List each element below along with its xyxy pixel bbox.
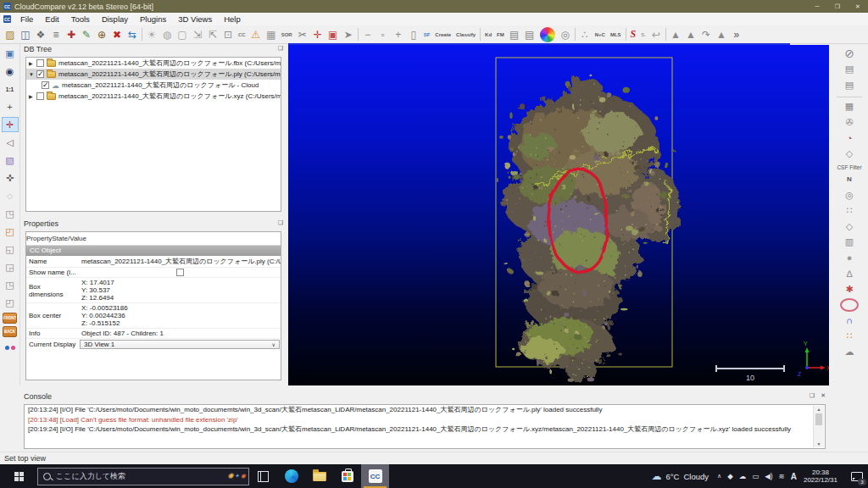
scroll-thumb[interactable] <box>815 413 822 425</box>
sor-filter-button[interactable]: SOR <box>279 27 295 42</box>
start-button[interactable] <box>0 464 37 488</box>
back-view-cube-button[interactable]: ◲ <box>2 259 19 274</box>
checkbox-icon[interactable] <box>36 92 44 100</box>
shrink-display-button[interactable]: ⇲ <box>190 27 205 42</box>
console-float-icon[interactable]: ❏ <box>810 392 815 399</box>
task-view-button[interactable] <box>249 464 277 488</box>
render-image-2-button[interactable]: ▤ <box>840 78 859 92</box>
perspective-button[interactable]: ◁ <box>2 135 19 150</box>
lasso-ellipse-button[interactable] <box>840 298 859 312</box>
tree-item-fbx[interactable]: ▶ metascan_20221121-1440_大鷲石周辺のロックフォール.f… <box>26 58 281 69</box>
pointer-tool-button[interactable]: ➤ <box>341 27 356 42</box>
expander-icon[interactable]: ▼ <box>29 72 36 77</box>
trace-polyline-button[interactable]: ✎ <box>79 27 94 42</box>
zoom-magnifier-button[interactable]: ◌ <box>2 188 19 203</box>
menu-file[interactable]: File <box>14 14 39 24</box>
checkbox-icon[interactable] <box>36 59 44 67</box>
facet-points-button[interactable]: ∆ <box>840 267 859 280</box>
expand-display-button[interactable]: ⇱ <box>205 27 220 42</box>
front-view-cube-button[interactable]: ◰ <box>2 224 19 239</box>
merge-clouds-button[interactable]: ⊕ <box>94 27 109 42</box>
global-shift-button[interactable]: ❖ <box>33 27 48 42</box>
menu-plugins[interactable]: Plugins <box>134 14 172 24</box>
rasterize-button[interactable]: ▦ <box>840 100 859 114</box>
shield-2-button[interactable]: ◇ <box>840 219 859 233</box>
m3c2-button[interactable]: ∷ <box>840 204 859 218</box>
delete-button[interactable]: ✖ <box>109 27 125 42</box>
image-export-button[interactable]: ▤ <box>507 27 522 42</box>
power-icon[interactable]: ▭ <box>752 472 759 480</box>
current-display-dropdown[interactable]: 3D View 1 ∨ <box>80 340 280 349</box>
front-iso-view-button[interactable]: FRONT <box>3 313 17 324</box>
compass-button[interactable]: ◔ <box>840 131 859 145</box>
toolbar-overflow-button[interactable]: » <box>729 27 744 42</box>
cc-plugin-button[interactable]: CC <box>236 27 248 42</box>
canupo-classify-button[interactable]: Classify <box>453 27 478 42</box>
pick-point-button[interactable]: + <box>2 99 19 114</box>
rect-select-button[interactable]: ▫ <box>376 27 391 42</box>
add-point-button[interactable]: + <box>391 27 406 42</box>
ime-indicator[interactable]: A <box>791 472 797 481</box>
clipping-box-button[interactable]: ▣ <box>326 27 341 42</box>
save-button[interactable]: ◫ <box>18 27 33 42</box>
checkbox-icon[interactable] <box>36 70 44 78</box>
image-pair-button[interactable]: ▥ <box>840 236 859 249</box>
taskbar-search-input[interactable]: ここに入力して検索 ✺✦✹ <box>37 468 249 485</box>
segment-out-button[interactable]: − <box>360 27 376 42</box>
section-tool-button[interactable]: ✇ <box>840 115 859 129</box>
point-picking-button[interactable]: ✚ <box>64 27 79 42</box>
sphere-view-button[interactable]: ◍ <box>159 27 175 42</box>
tree-item-cloud[interactable]: ☁ metascan_20221121-1440_大鷲石周辺のロックフォール -… <box>38 80 281 91</box>
shield-1-button[interactable]: ◇ <box>840 147 859 160</box>
globe-small-button[interactable]: ◎ <box>840 188 859 202</box>
edge-button[interactable] <box>277 464 305 488</box>
normals-compute-button[interactable]: N+C <box>593 27 608 42</box>
scroll-down-icon[interactable]: ▼ <box>817 441 821 446</box>
onedrive-cloud-icon[interactable]: ☁ <box>739 472 747 480</box>
zoom-fit-button[interactable]: ⊡ <box>220 27 236 42</box>
console-scrollbar[interactable]: ▲ ▼ <box>813 406 824 447</box>
open-file-button[interactable]: ▨ <box>3 27 18 42</box>
render-image-1-button[interactable]: ▤ <box>840 63 859 76</box>
stereo-glasses-button[interactable] <box>2 340 19 355</box>
screenshot-button[interactable]: ◉ <box>2 64 19 79</box>
gear-points-button[interactable]: ✱ <box>840 282 859 296</box>
bbox-button[interactable]: ▢ <box>175 27 190 42</box>
expander-icon[interactable]: ▶ <box>29 93 36 99</box>
display-options-button[interactable]: ▣ <box>2 46 19 61</box>
menu-display[interactable]: Display <box>96 14 134 24</box>
cloud-tool-button[interactable]: ☁ <box>840 345 859 358</box>
interactive-transform-button[interactable]: ⇆ <box>125 27 140 42</box>
left-view-button[interactable]: ◱ <box>2 241 19 257</box>
defender-shield-icon[interactable]: ◆ <box>727 472 733 480</box>
checkbox-icon[interactable] <box>42 81 49 89</box>
export-arrow-button[interactable]: ↩ <box>648 27 664 42</box>
hull-button[interactable]: ● <box>840 251 859 264</box>
show-name-checkbox[interactable] <box>176 269 184 276</box>
maximize-button[interactable]: ❐ <box>827 0 848 13</box>
top-view-button[interactable]: ◳ <box>2 206 19 221</box>
pan-button[interactable]: ✜ <box>2 170 19 186</box>
back-iso-view-button[interactable]: BACK <box>3 326 17 337</box>
weather-widget[interactable]: ☁ 6°C Cloudy <box>651 470 709 482</box>
qfacets-3-button[interactable]: ▲ <box>714 27 729 42</box>
menu-edit[interactable]: Edit <box>39 14 64 24</box>
checkerboard-button[interactable]: ▦ <box>264 27 279 42</box>
menu-tools[interactable]: Tools <box>65 14 96 24</box>
right-view-button[interactable]: ◳ <box>2 277 19 292</box>
trash-button[interactable]: ▯ <box>406 27 421 42</box>
scroll-up-icon[interactable]: ▲ <box>817 407 821 412</box>
no-entry-button[interactable]: ⊘ <box>840 47 859 60</box>
qfacets-2-button[interactable]: ▲ <box>683 27 698 42</box>
minimize-button[interactable]: ─ <box>807 0 827 13</box>
store-button[interactable] <box>333 464 361 488</box>
bottom-view-button[interactable]: ◰ <box>2 295 19 310</box>
kd-tree-button[interactable]: Kd <box>482 27 494 42</box>
tree-item-ply[interactable]: ▼ metascan_20221121-1440_大鷲石周辺のロックフォール.p… <box>26 69 281 80</box>
tray-chevron-icon[interactable]: ∧ <box>717 473 721 480</box>
globe-button[interactable]: ◎ <box>558 27 573 42</box>
qfacets-1-button[interactable]: ▲ <box>668 27 683 42</box>
mls-smoothing-button[interactable]: MLS <box>608 27 624 42</box>
fm-button[interactable]: FM <box>494 27 507 42</box>
csf-plugin-button[interactable]: S <box>628 27 639 42</box>
